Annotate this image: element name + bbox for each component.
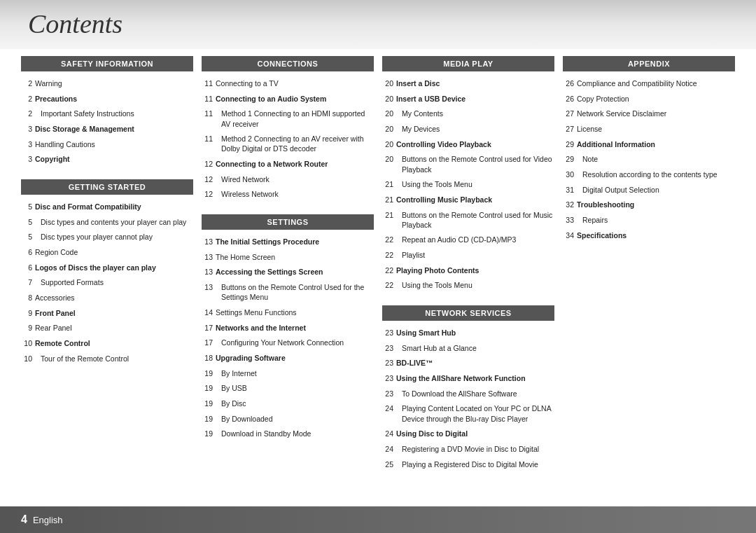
toc-entry-text: Front Panel xyxy=(35,308,76,318)
toc-entry-number: 8 xyxy=(21,293,32,303)
toc-entry-number: 9 xyxy=(21,323,32,333)
toc-entry: 5Disc and Format Compatibility xyxy=(21,202,193,212)
toc-entry: 12Wireless Network xyxy=(202,189,374,199)
toc-entry-text: Method 1 Connecting to an HDMI supported… xyxy=(216,109,374,128)
toc-entry-text: Using the AllShare Network Function xyxy=(396,373,526,383)
toc-entry-text: Configuring Your Network Connection xyxy=(216,338,344,347)
toc-entry: 5Disc types and contents your player can… xyxy=(21,217,193,227)
toc-entry-number: 23 xyxy=(382,389,393,399)
toc-entry-number: 5 xyxy=(21,217,32,227)
toc-entry-number: 23 xyxy=(382,343,393,353)
toc-entry-text: Upgrading Software xyxy=(216,353,286,363)
toc-entry-number: 26 xyxy=(563,94,574,104)
toc-entry: 12Wired Network xyxy=(202,174,374,184)
toc-entry-text: Disc Storage & Management xyxy=(35,124,134,134)
toc-entry-text: By Disc xyxy=(216,399,246,408)
toc-entry-number: 2 xyxy=(21,94,32,104)
toc-entry-text: By USB xyxy=(216,383,247,393)
toc-entry: 8Accessories xyxy=(21,293,193,303)
toc-entry: 3Handling Cautions xyxy=(21,139,193,149)
toc-entry-text: Copyright xyxy=(35,154,70,164)
toc-entry-text: Playing a Registered Disc to Digital Mov… xyxy=(396,459,538,469)
toc-entry-text: Playlist xyxy=(396,250,425,260)
toc-entry-number: 6 xyxy=(21,247,32,257)
toc-entry-number: 17 xyxy=(202,323,213,333)
bottom-bar: 4 English xyxy=(0,506,756,533)
toc-entry-number: 33 xyxy=(563,215,574,225)
toc-entry-number: 23 xyxy=(382,358,393,368)
column-col2: CONNECTIONS11Connecting to a TV11Connect… xyxy=(202,56,374,499)
toc-entry: 6Logos of Discs the player can play xyxy=(21,263,193,272)
toc-entry: 24Using Disc to Digital xyxy=(382,429,554,438)
toc-entry-text: The Initial Settings Procedure xyxy=(216,237,319,247)
column-col4: APPENDIX26Compliance and Compatibility N… xyxy=(563,56,735,499)
toc-entry-text: Logos of Discs the player can play xyxy=(35,263,156,272)
toc-entry-text: Connecting to a Network Router xyxy=(216,159,328,169)
section-header-media-play: MEDIA PLAY xyxy=(382,56,554,71)
toc-entry: 19By Disc xyxy=(202,399,374,408)
toc-entry-text: Using the Tools Menu xyxy=(396,179,472,189)
toc-entry: 20My Contents xyxy=(382,109,554,118)
toc-entry: 23Using Smart Hub xyxy=(382,328,554,338)
toc-entry: 26Compliance and Compatibility Notice xyxy=(563,78,735,88)
toc-entry-text: Wired Network xyxy=(216,174,270,184)
toc-entry-number: 32 xyxy=(563,200,574,209)
toc-entry: 19By Downloaded xyxy=(202,414,374,424)
toc-entry-number: 24 xyxy=(382,403,393,423)
toc-entry-number: 11 xyxy=(202,134,213,153)
toc-entry-number: 29 xyxy=(563,154,574,164)
toc-entry: 22Repeat an Audio CD (CD-DA)/MP3 xyxy=(382,235,554,244)
toc-entry: 27License xyxy=(563,124,735,134)
toc-entry-text: Disc and Format Compatibility xyxy=(35,202,141,212)
toc-entry-number: 19 xyxy=(202,368,213,378)
toc-entry-number: 13 xyxy=(202,252,213,262)
toc-entry-number: 34 xyxy=(563,230,574,240)
toc-entry-number: 13 xyxy=(202,237,213,247)
page: Contents SAFETY INFORMATION2Warning2Prec… xyxy=(0,0,756,533)
toc-entry-text: Troubleshooting xyxy=(577,200,634,209)
toc-entry-number: 13 xyxy=(202,282,213,302)
toc-entry: 23To Download the AllShare Software xyxy=(382,389,554,399)
toc-entry-text: Using Disc to Digital xyxy=(396,429,468,438)
toc-entry: 6Region Code xyxy=(21,247,193,257)
toc-entry-number: 3 xyxy=(21,124,32,134)
toc-entry-text: Remote Control xyxy=(35,338,90,348)
toc-entry: 11Connecting to an Audio System xyxy=(202,94,374,104)
toc-entry: 11Method 1 Connecting to an HDMI support… xyxy=(202,109,374,128)
section-header-appendix: APPENDIX xyxy=(563,56,735,71)
toc-entry: 17Networks and the Internet xyxy=(202,323,374,333)
toc-entry-text: Rear Panel xyxy=(35,323,72,333)
toc-entry-number: 12 xyxy=(202,189,213,199)
section-header-network-services: NETWORK SERVICES xyxy=(382,305,554,321)
toc-entry-text: Insert a Disc xyxy=(396,78,440,88)
toc-entry-text: Resolution according to the contents typ… xyxy=(577,169,718,179)
toc-entry-text: Download in Standby Mode xyxy=(216,429,311,438)
toc-entry-number: 11 xyxy=(202,78,213,88)
toc-entry-number: 20 xyxy=(382,109,393,118)
toc-entry-number: 19 xyxy=(202,383,213,393)
toc-entry: 3Disc Storage & Management xyxy=(21,124,193,134)
toc-entry-number: 25 xyxy=(382,459,393,469)
toc-entry: 22Playing Photo Contents xyxy=(382,265,554,275)
toc-entry-number: 18 xyxy=(202,353,213,363)
toc-entry: 30Resolution according to the contents t… xyxy=(563,169,735,179)
toc-entry-number: 14 xyxy=(202,307,213,317)
toc-entry: 9Rear Panel xyxy=(21,323,193,333)
toc-entry-text: Using Smart Hub xyxy=(396,328,456,338)
toc-entry-number: 12 xyxy=(202,159,213,169)
section-header-connections: CONNECTIONS xyxy=(202,56,374,71)
page-language: English xyxy=(33,515,63,525)
toc-entry-text: Playing Photo Contents xyxy=(396,265,479,275)
toc-entry-text: Tour of the Remote Control xyxy=(35,354,129,364)
toc-entry: 9Front Panel xyxy=(21,308,193,318)
toc-entry: 23BD-LIVE™ xyxy=(382,358,554,368)
toc-entry: 23Using the AllShare Network Function xyxy=(382,373,554,383)
toc-entry: 17Configuring Your Network Connection xyxy=(202,338,374,347)
toc-entry-number: 3 xyxy=(21,139,32,149)
toc-entry-text: Registering a DVD Movie in Disc to Digit… xyxy=(396,444,539,454)
toc-entry-text: Handling Cautions xyxy=(35,139,95,149)
toc-entry-text: Repeat an Audio CD (CD-DA)/MP3 xyxy=(396,235,516,244)
toc-entry-text: My Devices xyxy=(396,124,440,134)
toc-entry: 2Important Safety Instructions xyxy=(21,109,193,118)
toc-entry: 13The Home Screen xyxy=(202,252,374,262)
